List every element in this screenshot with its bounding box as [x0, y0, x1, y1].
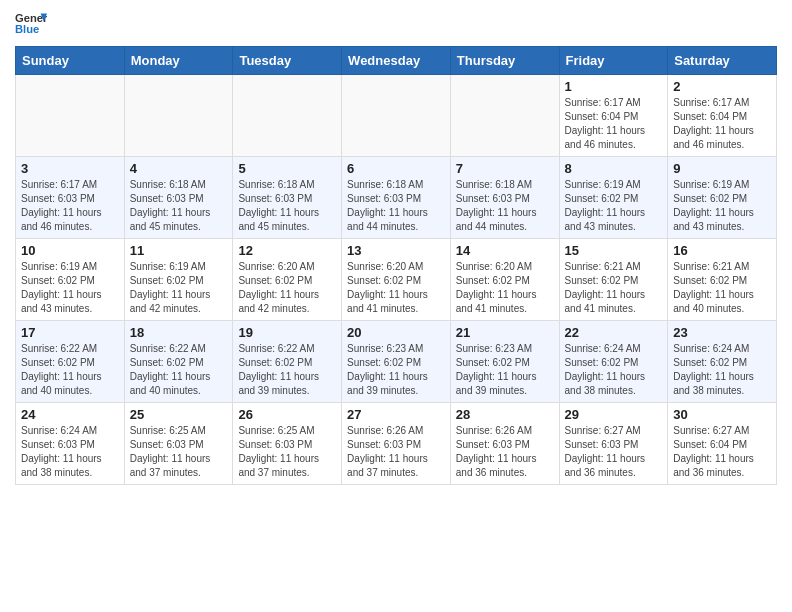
- day-number: 26: [238, 407, 336, 422]
- calendar-cell: 3Sunrise: 6:17 AM Sunset: 6:03 PM Daylig…: [16, 157, 125, 239]
- day-number: 29: [565, 407, 663, 422]
- day-number: 19: [238, 325, 336, 340]
- calendar-cell: 24Sunrise: 6:24 AM Sunset: 6:03 PM Dayli…: [16, 403, 125, 485]
- day-number: 2: [673, 79, 771, 94]
- day-number: 17: [21, 325, 119, 340]
- day-number: 28: [456, 407, 554, 422]
- day-info: Sunrise: 6:23 AM Sunset: 6:02 PM Dayligh…: [456, 342, 554, 398]
- day-number: 24: [21, 407, 119, 422]
- day-info: Sunrise: 6:25 AM Sunset: 6:03 PM Dayligh…: [130, 424, 228, 480]
- calendar-header-sunday: Sunday: [16, 47, 125, 75]
- calendar-cell: 26Sunrise: 6:25 AM Sunset: 6:03 PM Dayli…: [233, 403, 342, 485]
- day-info: Sunrise: 6:23 AM Sunset: 6:02 PM Dayligh…: [347, 342, 445, 398]
- day-number: 3: [21, 161, 119, 176]
- day-number: 1: [565, 79, 663, 94]
- day-info: Sunrise: 6:25 AM Sunset: 6:03 PM Dayligh…: [238, 424, 336, 480]
- calendar-header-row: SundayMondayTuesdayWednesdayThursdayFrid…: [16, 47, 777, 75]
- calendar-cell: [124, 75, 233, 157]
- calendar-cell: [233, 75, 342, 157]
- day-number: 9: [673, 161, 771, 176]
- calendar-cell: 22Sunrise: 6:24 AM Sunset: 6:02 PM Dayli…: [559, 321, 668, 403]
- calendar-table: SundayMondayTuesdayWednesdayThursdayFrid…: [15, 46, 777, 485]
- day-number: 16: [673, 243, 771, 258]
- day-info: Sunrise: 6:26 AM Sunset: 6:03 PM Dayligh…: [456, 424, 554, 480]
- calendar-week-3: 10Sunrise: 6:19 AM Sunset: 6:02 PM Dayli…: [16, 239, 777, 321]
- calendar-cell: 10Sunrise: 6:19 AM Sunset: 6:02 PM Dayli…: [16, 239, 125, 321]
- calendar-cell: 18Sunrise: 6:22 AM Sunset: 6:02 PM Dayli…: [124, 321, 233, 403]
- day-number: 21: [456, 325, 554, 340]
- day-number: 18: [130, 325, 228, 340]
- day-number: 20: [347, 325, 445, 340]
- calendar-cell: 1Sunrise: 6:17 AM Sunset: 6:04 PM Daylig…: [559, 75, 668, 157]
- day-number: 11: [130, 243, 228, 258]
- day-info: Sunrise: 6:18 AM Sunset: 6:03 PM Dayligh…: [347, 178, 445, 234]
- calendar-cell: 12Sunrise: 6:20 AM Sunset: 6:02 PM Dayli…: [233, 239, 342, 321]
- day-info: Sunrise: 6:26 AM Sunset: 6:03 PM Dayligh…: [347, 424, 445, 480]
- calendar-cell: 27Sunrise: 6:26 AM Sunset: 6:03 PM Dayli…: [342, 403, 451, 485]
- day-number: 6: [347, 161, 445, 176]
- day-number: 15: [565, 243, 663, 258]
- page: General Blue SundayMondayTuesdayWednesda…: [0, 0, 792, 500]
- calendar-cell: 6Sunrise: 6:18 AM Sunset: 6:03 PM Daylig…: [342, 157, 451, 239]
- calendar-header-friday: Friday: [559, 47, 668, 75]
- calendar-header-tuesday: Tuesday: [233, 47, 342, 75]
- day-info: Sunrise: 6:22 AM Sunset: 6:02 PM Dayligh…: [238, 342, 336, 398]
- day-info: Sunrise: 6:21 AM Sunset: 6:02 PM Dayligh…: [673, 260, 771, 316]
- calendar-cell: 20Sunrise: 6:23 AM Sunset: 6:02 PM Dayli…: [342, 321, 451, 403]
- day-info: Sunrise: 6:18 AM Sunset: 6:03 PM Dayligh…: [456, 178, 554, 234]
- calendar-cell: 28Sunrise: 6:26 AM Sunset: 6:03 PM Dayli…: [450, 403, 559, 485]
- calendar-week-1: 1Sunrise: 6:17 AM Sunset: 6:04 PM Daylig…: [16, 75, 777, 157]
- calendar-cell: [450, 75, 559, 157]
- calendar-header-thursday: Thursday: [450, 47, 559, 75]
- logo-area: General Blue: [15, 10, 47, 38]
- calendar-cell: 17Sunrise: 6:22 AM Sunset: 6:02 PM Dayli…: [16, 321, 125, 403]
- calendar-cell: 15Sunrise: 6:21 AM Sunset: 6:02 PM Dayli…: [559, 239, 668, 321]
- day-number: 5: [238, 161, 336, 176]
- calendar-cell: [16, 75, 125, 157]
- calendar-cell: 16Sunrise: 6:21 AM Sunset: 6:02 PM Dayli…: [668, 239, 777, 321]
- calendar-cell: 8Sunrise: 6:19 AM Sunset: 6:02 PM Daylig…: [559, 157, 668, 239]
- svg-text:Blue: Blue: [15, 23, 39, 35]
- day-number: 13: [347, 243, 445, 258]
- calendar-cell: 7Sunrise: 6:18 AM Sunset: 6:03 PM Daylig…: [450, 157, 559, 239]
- calendar-week-4: 17Sunrise: 6:22 AM Sunset: 6:02 PM Dayli…: [16, 321, 777, 403]
- day-info: Sunrise: 6:20 AM Sunset: 6:02 PM Dayligh…: [238, 260, 336, 316]
- day-number: 30: [673, 407, 771, 422]
- calendar-cell: 11Sunrise: 6:19 AM Sunset: 6:02 PM Dayli…: [124, 239, 233, 321]
- calendar-cell: 25Sunrise: 6:25 AM Sunset: 6:03 PM Dayli…: [124, 403, 233, 485]
- calendar-cell: 5Sunrise: 6:18 AM Sunset: 6:03 PM Daylig…: [233, 157, 342, 239]
- day-info: Sunrise: 6:19 AM Sunset: 6:02 PM Dayligh…: [673, 178, 771, 234]
- day-number: 14: [456, 243, 554, 258]
- calendar-cell: 13Sunrise: 6:20 AM Sunset: 6:02 PM Dayli…: [342, 239, 451, 321]
- day-info: Sunrise: 6:18 AM Sunset: 6:03 PM Dayligh…: [238, 178, 336, 234]
- calendar-cell: 23Sunrise: 6:24 AM Sunset: 6:02 PM Dayli…: [668, 321, 777, 403]
- calendar-cell: 19Sunrise: 6:22 AM Sunset: 6:02 PM Dayli…: [233, 321, 342, 403]
- day-info: Sunrise: 6:22 AM Sunset: 6:02 PM Dayligh…: [130, 342, 228, 398]
- calendar-week-5: 24Sunrise: 6:24 AM Sunset: 6:03 PM Dayli…: [16, 403, 777, 485]
- day-info: Sunrise: 6:19 AM Sunset: 6:02 PM Dayligh…: [565, 178, 663, 234]
- day-info: Sunrise: 6:20 AM Sunset: 6:02 PM Dayligh…: [347, 260, 445, 316]
- day-info: Sunrise: 6:17 AM Sunset: 6:04 PM Dayligh…: [673, 96, 771, 152]
- calendar-week-2: 3Sunrise: 6:17 AM Sunset: 6:03 PM Daylig…: [16, 157, 777, 239]
- calendar-cell: [342, 75, 451, 157]
- calendar-cell: 2Sunrise: 6:17 AM Sunset: 6:04 PM Daylig…: [668, 75, 777, 157]
- day-number: 23: [673, 325, 771, 340]
- calendar-cell: 21Sunrise: 6:23 AM Sunset: 6:02 PM Dayli…: [450, 321, 559, 403]
- day-info: Sunrise: 6:17 AM Sunset: 6:04 PM Dayligh…: [565, 96, 663, 152]
- day-number: 7: [456, 161, 554, 176]
- day-number: 8: [565, 161, 663, 176]
- header: General Blue: [15, 10, 777, 38]
- day-number: 10: [21, 243, 119, 258]
- day-info: Sunrise: 6:20 AM Sunset: 6:02 PM Dayligh…: [456, 260, 554, 316]
- day-info: Sunrise: 6:18 AM Sunset: 6:03 PM Dayligh…: [130, 178, 228, 234]
- day-info: Sunrise: 6:27 AM Sunset: 6:04 PM Dayligh…: [673, 424, 771, 480]
- day-number: 27: [347, 407, 445, 422]
- day-info: Sunrise: 6:19 AM Sunset: 6:02 PM Dayligh…: [130, 260, 228, 316]
- day-info: Sunrise: 6:22 AM Sunset: 6:02 PM Dayligh…: [21, 342, 119, 398]
- day-info: Sunrise: 6:24 AM Sunset: 6:02 PM Dayligh…: [565, 342, 663, 398]
- calendar-header-saturday: Saturday: [668, 47, 777, 75]
- calendar-header-monday: Monday: [124, 47, 233, 75]
- calendar-cell: 29Sunrise: 6:27 AM Sunset: 6:03 PM Dayli…: [559, 403, 668, 485]
- logo-icon: General Blue: [15, 10, 47, 38]
- calendar-header-wednesday: Wednesday: [342, 47, 451, 75]
